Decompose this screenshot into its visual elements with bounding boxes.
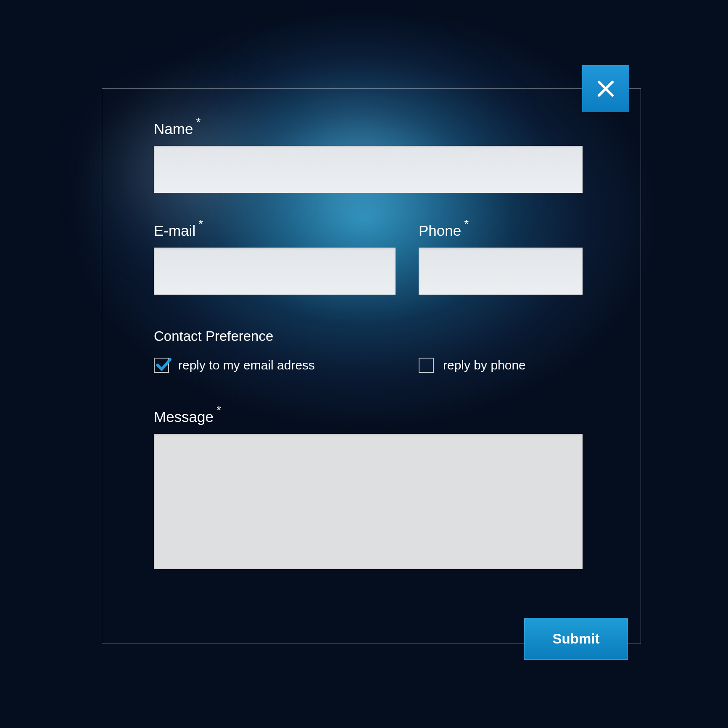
close-button[interactable] — [582, 65, 629, 112]
pref-option-phone[interactable]: reply by phone — [419, 358, 526, 373]
close-icon — [596, 79, 616, 99]
check-icon — [155, 356, 171, 373]
contact-form: Name* E-mail* Phone* Contact Preference — [154, 121, 583, 571]
name-input[interactable] — [154, 146, 583, 193]
pref-option-email[interactable]: reply to my email adress — [154, 358, 419, 373]
email-label-text: E-mail — [154, 222, 195, 239]
required-asterisk: * — [198, 217, 203, 231]
email-field: E-mail* — [154, 222, 396, 295]
message-label-text: Message — [154, 409, 214, 425]
phone-label-text: Phone — [419, 222, 461, 239]
required-asterisk: * — [464, 217, 469, 231]
contact-preference-title: Contact Preference — [154, 328, 583, 344]
required-asterisk: * — [196, 116, 200, 129]
name-label: Name* — [154, 121, 193, 137]
phone-input[interactable] — [419, 248, 583, 295]
pref-phone-label: reply by phone — [443, 358, 526, 372]
submit-button[interactable]: Submit — [524, 618, 628, 660]
message-label: Message* — [154, 409, 214, 425]
name-label-text: Name — [154, 121, 193, 137]
message-field: Message* — [154, 409, 583, 571]
submit-label: Submit — [553, 631, 600, 647]
name-field: Name* — [154, 121, 583, 193]
checkbox-email[interactable] — [154, 358, 169, 373]
email-input[interactable] — [154, 248, 396, 295]
pref-email-label: reply to my email adress — [178, 358, 315, 372]
message-input[interactable] — [154, 434, 583, 569]
contact-preference-section: Contact Preference reply to my email adr… — [154, 328, 583, 373]
phone-field: Phone* — [419, 222, 583, 295]
checkbox-phone[interactable] — [419, 358, 434, 373]
email-label: E-mail* — [154, 222, 195, 239]
required-asterisk: * — [216, 404, 221, 417]
phone-label: Phone* — [419, 222, 461, 239]
